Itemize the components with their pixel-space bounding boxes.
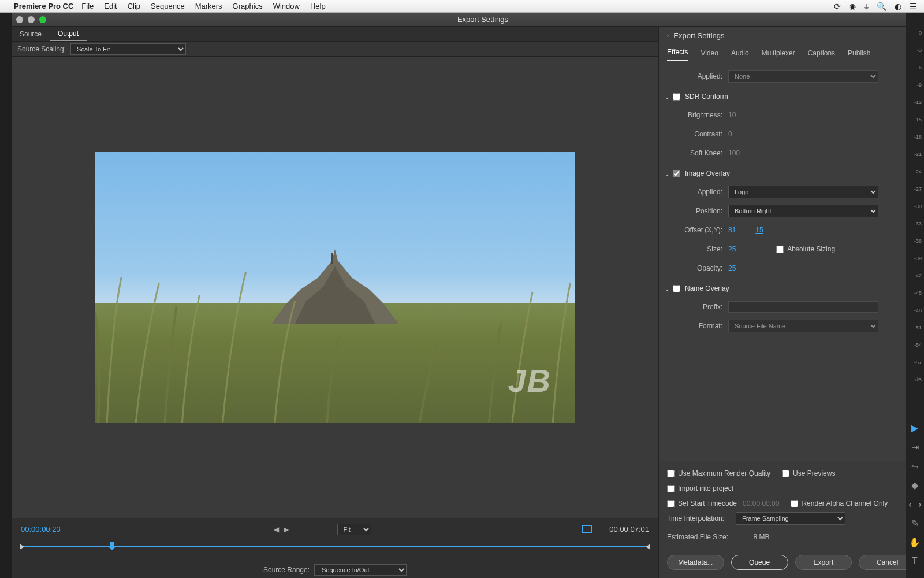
- est-size-value: 8 MB: [753, 533, 769, 541]
- in-handle[interactable]: [20, 544, 24, 550]
- preview-area: JB: [12, 57, 658, 518]
- max-render-quality[interactable]: Use Maximum Render Quality: [667, 469, 770, 477]
- tab-effects[interactable]: Effects: [667, 48, 688, 61]
- menubar-tray: ⟳ ◉ ⏚ 🔍 ◐ ☰: [834, 2, 917, 11]
- preview-castle: [271, 249, 398, 324]
- tray-icon[interactable]: ⟳: [834, 2, 841, 11]
- source-scaling-select[interactable]: Scale To Fit: [70, 43, 186, 55]
- rate-tool-icon[interactable]: ⥊: [911, 461, 919, 472]
- tab-source[interactable]: Source: [12, 27, 50, 41]
- tab-captions[interactable]: Captions: [808, 49, 835, 61]
- use-previews[interactable]: Use Previews: [782, 469, 835, 477]
- arrow-tool-icon[interactable]: ▶: [911, 423, 918, 433]
- transport-bar: 00:00:00:23 ◀ ▶ Fit 00:00:07:01: [12, 518, 658, 540]
- sdr-conform-checkbox[interactable]: [673, 93, 680, 101]
- menu-help[interactable]: Help: [310, 2, 326, 10]
- metadata-button[interactable]: Metadata...: [667, 555, 724, 570]
- menu-clip[interactable]: Clip: [128, 2, 140, 10]
- tab-multiplexer[interactable]: Multiplexer: [762, 49, 795, 61]
- applied-lut-select[interactable]: None: [728, 70, 878, 83]
- overlay-size[interactable]: 25: [728, 245, 736, 253]
- source-range-select[interactable]: Sequence In/Out: [314, 564, 407, 576]
- set-start-timecode[interactable]: Set Start Timecode00:00:00:00: [667, 499, 779, 507]
- import-into-project[interactable]: Import into project: [667, 484, 733, 492]
- sdr-softknee[interactable]: 100: [728, 149, 740, 157]
- bottom-options: Use Maximum Render Quality Use Previews …: [659, 461, 924, 549]
- sdr-contrast[interactable]: 0: [728, 130, 732, 138]
- svg-rect-2: [331, 253, 333, 264]
- type-tool-icon[interactable]: T: [912, 556, 918, 566]
- tool-column: ▶ ⇥ ⥊ ◆ ⟷ ✎ ✋ T: [907, 423, 923, 566]
- step-back-icon[interactable]: ◀: [274, 525, 279, 533]
- menu-window[interactable]: Window: [273, 2, 300, 10]
- minimize-button[interactable]: [28, 16, 35, 23]
- mac-menubar: Premiere Pro CC File Edit Clip Sequence …: [0, 0, 924, 13]
- name-prefix-input[interactable]: [728, 301, 878, 313]
- ripple-tool-icon[interactable]: ⇥: [911, 442, 919, 453]
- preview-frame[interactable]: JB: [95, 152, 575, 423]
- maximize-button[interactable]: [39, 16, 46, 23]
- applied-lut-label: Applied:: [665, 72, 728, 80]
- export-settings-header[interactable]: › Export Settings: [659, 27, 924, 44]
- disclosure-icon: ⌄: [665, 286, 669, 292]
- section-image-overlay[interactable]: ⌄ Image Overlay: [665, 165, 915, 181]
- pen-tool-icon[interactable]: ✎: [911, 518, 919, 529]
- overlay-applied-select[interactable]: Logo: [728, 186, 878, 198]
- absolute-sizing[interactable]: Absolute Sizing: [776, 245, 835, 253]
- source-range-label: Source Range:: [263, 566, 310, 574]
- window-title: Export Settings: [457, 15, 508, 24]
- close-button[interactable]: [16, 16, 23, 23]
- hand-tool-icon[interactable]: ✋: [909, 537, 921, 548]
- traffic-lights: [16, 16, 46, 23]
- chevron-right-icon: ›: [667, 32, 669, 39]
- name-overlay-checkbox[interactable]: [673, 285, 680, 292]
- step-fwd-icon[interactable]: ▶: [284, 525, 289, 533]
- time-interp-select[interactable]: Frame Sampling: [736, 512, 845, 525]
- overlay-position-select[interactable]: Bottom Right: [728, 205, 878, 217]
- est-size-label: Estimated File Size:: [667, 533, 728, 541]
- siri-icon[interactable]: ◐: [895, 2, 901, 11]
- tab-output[interactable]: Output: [50, 27, 87, 41]
- menu-markers[interactable]: Markers: [195, 2, 222, 10]
- preview-panel: Source Output Source Scaling: Scale To F…: [12, 27, 658, 578]
- menu-edit[interactable]: Edit: [104, 2, 117, 10]
- sdr-brightness[interactable]: 10: [728, 111, 736, 119]
- section-name-overlay[interactable]: ⌄ Name Overlay: [665, 280, 915, 297]
- export-button[interactable]: Export: [795, 555, 852, 570]
- slip-tool-icon[interactable]: ⟷: [908, 499, 922, 510]
- menu-file[interactable]: File: [81, 2, 94, 10]
- razor-tool-icon[interactable]: ◆: [911, 480, 918, 491]
- settings-scroll[interactable]: Applied: None ⌄ SDR Conform Brightness:1…: [659, 61, 924, 461]
- app-name[interactable]: Premiere Pro CC: [14, 2, 73, 10]
- source-scaling-row: Source Scaling: Scale To Fit: [12, 42, 658, 57]
- tab-video[interactable]: Video: [701, 49, 718, 61]
- overlay-opacity[interactable]: 25: [728, 264, 736, 272]
- window-titlebar: Export Settings: [12, 13, 924, 27]
- playhead[interactable]: [109, 542, 116, 550]
- timecode-in[interactable]: 00:00:00:23: [21, 525, 61, 533]
- source-scaling-label: Source Scaling:: [17, 45, 66, 53]
- button-row: Metadata... Queue Export Cancel: [659, 549, 924, 578]
- timeline-strip[interactable]: [12, 540, 658, 561]
- wifi-icon[interactable]: ⏚: [864, 2, 869, 11]
- image-overlay-checkbox[interactable]: [673, 170, 680, 177]
- section-sdr-conform[interactable]: ⌄ SDR Conform: [665, 88, 915, 105]
- spotlight-icon[interactable]: 🔍: [877, 2, 886, 11]
- notification-icon[interactable]: ☰: [910, 2, 917, 11]
- fit-select[interactable]: Fit: [337, 524, 371, 535]
- overlay-offset-y[interactable]: 15: [755, 226, 763, 234]
- render-alpha-only[interactable]: Render Alpha Channel Only: [791, 499, 888, 507]
- timecode-out[interactable]: 00:00:07:01: [609, 525, 649, 533]
- overlay-offset-x[interactable]: 81: [728, 226, 736, 234]
- menu-sequence[interactable]: Sequence: [151, 2, 185, 10]
- crop-icon[interactable]: [582, 525, 592, 533]
- queue-button[interactable]: Queue: [731, 555, 788, 570]
- disclosure-icon: ⌄: [665, 171, 669, 177]
- menu-graphics[interactable]: Graphics: [233, 2, 263, 10]
- out-handle[interactable]: [646, 544, 650, 550]
- tab-publish[interactable]: Publish: [848, 49, 870, 61]
- settings-tabs: Effects Video Audio Multiplexer Captions…: [659, 44, 924, 61]
- name-format-select[interactable]: Source File Name: [728, 320, 878, 332]
- tab-audio[interactable]: Audio: [731, 49, 749, 61]
- cc-icon[interactable]: ◉: [849, 2, 856, 11]
